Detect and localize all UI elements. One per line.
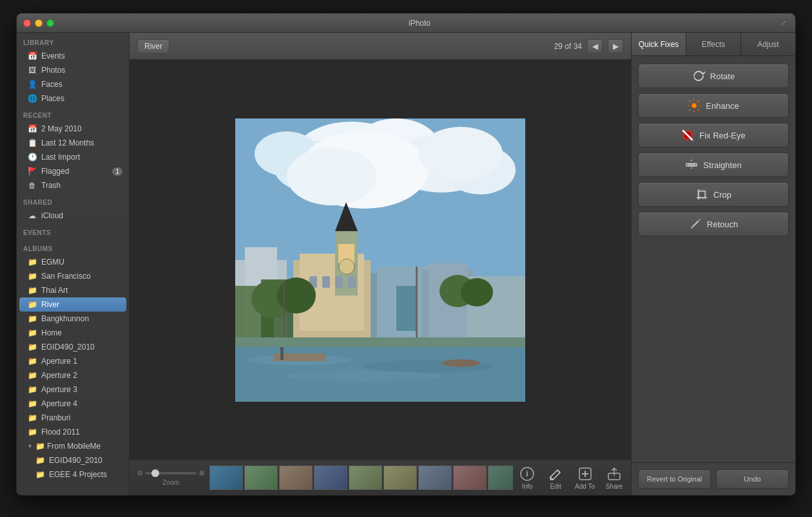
maximize-button[interactable] [46,19,54,27]
svg-rect-21 [322,276,330,288]
sidebar-item-2may[interactable]: 📅 2 May 2010 [17,122,129,136]
zoom-slider[interactable] [145,472,197,475]
sidebar-section-shared: SHARED [17,193,129,209]
sidebar-item-egid490b[interactable]: 📁 EGID490_2010 [17,453,129,467]
revert-button[interactable]: Revert to Original [638,469,711,489]
share-action[interactable]: Share [605,466,623,490]
expand-icon: ▼ [27,443,33,449]
sidebar-item-places[interactable]: 🌐 Places [17,91,129,106]
sidebar-item-lastimport[interactable]: 🕐 Last Import [17,150,129,164]
sidebar-item-label: iCloud [41,211,63,220]
sidebar-item-label: Thai Art [41,286,68,295]
sidebar-item-frommobileme[interactable]: ▼ 📁 From MobileMe [17,439,129,453]
sidebar-item-photos[interactable]: 🖼 Photos [17,63,129,77]
sidebar-item-aperture3[interactable]: 📁 Aperture 3 [17,382,129,397]
fullscreen-button[interactable]: ⤢ [778,18,789,28]
album-icon: 📁 [27,271,37,281]
undo-button[interactable]: Undo [716,469,789,489]
photo-navigation: 29 of 34 ◀ ▶ [554,39,623,53]
straighten-label: Straighten [703,160,741,170]
filmstrip-thumb[interactable] [488,465,513,490]
trash-icon: 🗑 [27,180,37,191]
info-action[interactable]: i Info [518,466,536,490]
album-icon: 📁 [27,427,37,437]
tab-adjust-label: Adjust [757,40,778,49]
sidebar-item-aperture4[interactable]: 📁 Aperture 4 [17,397,129,411]
sidebar-item-label: Pranburi [41,413,70,422]
close-button[interactable] [23,19,31,27]
sidebar-item-label: EGID490_2010 [41,343,95,352]
zoom-thumb[interactable] [151,469,159,477]
minimize-button[interactable] [35,19,43,27]
sidebar-item-label: Last Import [41,153,80,162]
sidebar-item-label: Places [41,94,64,103]
sidebar-item-last12months[interactable]: 📋 Last 12 Months [17,136,129,150]
filmstrip-thumb[interactable] [383,465,417,490]
fix-redeye-button[interactable]: Fix Red-Eye [638,123,789,147]
filmstrip-thumb[interactable] [418,465,452,490]
straighten-button[interactable]: Straighten [638,153,789,177]
rotate-label: Rotate [710,71,735,81]
crop-button[interactable]: Crop [638,182,789,207]
svg-rect-34 [284,279,285,344]
sidebar-item-aperture1[interactable]: 📁 Aperture 1 [17,354,129,368]
filmstrip-thumb[interactable] [209,465,243,490]
enhance-button[interactable]: Enhance [638,93,789,118]
sidebar-item-faces[interactable]: 👤 Faces [17,77,129,91]
svg-line-61 [698,101,699,102]
sidebar-section-recent: RECENT [17,106,129,122]
album-icon: 📁 [27,384,37,395]
sidebar-item-home[interactable]: 📁 Home [17,326,129,340]
sidebar-item-egid490[interactable]: 📁 EGID490_2010 [17,340,129,354]
sidebar-item-aperture2[interactable]: 📁 Aperture 2 [17,368,129,382]
prev-photo-button[interactable]: ◀ [587,39,603,53]
sidebar-item-label: Home [41,328,62,337]
addto-icon [576,466,594,482]
tab-effects[interactable]: Effects [686,33,741,55]
sidebar-item-river[interactable]: 📁 River [19,297,126,312]
sidebar-item-bangkhunnon[interactable]: 📁 Bangkhunnon [17,312,129,326]
filmstrip-thumb[interactable] [244,465,278,490]
album-icon: 📁 [27,328,37,338]
sidebar-item-icloud[interactable]: ☁ iCloud [17,209,129,223]
filmstrip-thumb[interactable] [349,465,382,490]
svg-point-31 [277,277,316,314]
sidebar-item-events[interactable]: 📅 Events [17,49,129,63]
next-photo-button[interactable]: ▶ [608,39,623,53]
svg-point-33 [461,278,493,306]
sidebar-item-egmu[interactable]: 📁 EGMU [17,255,129,269]
svg-rect-23 [348,276,356,288]
sidebar-item-label: Aperture 2 [41,371,77,380]
sidebar-item-pranburi[interactable]: 📁 Pranburi [17,411,129,425]
album-icon: 📁 [27,285,37,296]
svg-point-77 [691,226,693,229]
addto-action[interactable]: Add To [575,466,595,490]
album-breadcrumb[interactable]: River [137,39,169,53]
album-icon: 📁 [27,314,37,324]
sidebar-item-flagged[interactable]: 🚩 Flagged 1 [17,164,129,178]
rotate-button[interactable]: Rotate [638,64,789,88]
svg-rect-22 [335,276,343,288]
sidebar-item-sanfrancisco[interactable]: 📁 San Francisco [17,269,129,283]
redeye-icon [681,129,694,142]
fix-redeye-label: Fix Red-Eye [699,131,746,140]
filmstrip-thumb[interactable] [453,465,487,490]
edit-action[interactable]: Edit [546,466,565,490]
tab-effects-label: Effects [702,40,725,49]
tab-quickfixes[interactable]: Quick Fixes [632,33,686,55]
window-controls [23,19,54,27]
album-icon: 📁 [27,399,37,409]
sidebar-item-thaiart[interactable]: 📁 Thai Art [17,283,129,297]
filmstrip-thumb[interactable] [314,465,347,490]
sidebar-item-egee4projects[interactable]: 📁 EGEE 4 Projects [17,467,129,482]
album-icon: 📁 [35,441,46,451]
filmstrip-thumb[interactable] [279,465,313,490]
sidebar-item-flood2011[interactable]: 📁 Flood 2011 [17,425,129,439]
sidebar-item-label: Bangkhunnon [41,314,89,323]
svg-rect-42 [280,347,284,360]
sidebar-item-trash[interactable]: 🗑 Trash [17,178,129,193]
sidebar-item-label: San Francisco [41,272,91,281]
retouch-button[interactable]: Retouch [638,212,789,236]
sidebar: LIBRARY 📅 Events 🖼 Photos 👤 Faces 🌐 Plac… [17,33,130,495]
tab-adjust[interactable]: Adjust [741,33,795,55]
